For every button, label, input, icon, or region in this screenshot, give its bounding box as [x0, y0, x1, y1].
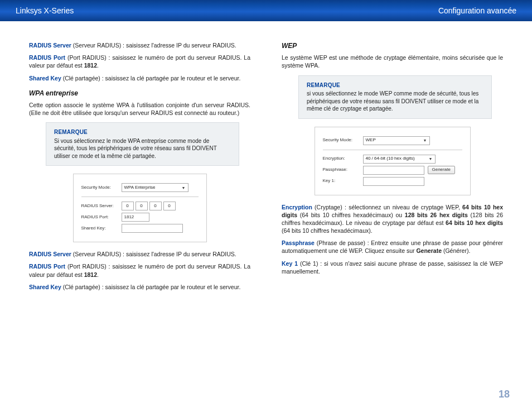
note-title: REMARQUE — [54, 128, 231, 136]
wpa-enterprise-title: WPA entreprise — [29, 89, 250, 98]
note-body: Si vous sélectionnez le mode WPA entrepr… — [54, 137, 231, 160]
radius-port-desc-2: RADIUS Port (Port RADIUS) : saisissez le… — [29, 262, 250, 278]
ip-octet-4[interactable]: 0 — [163, 202, 176, 210]
term-shared-key: Shared Key — [29, 75, 61, 82]
note-title: REMARQUE — [307, 82, 483, 89]
wep-intro: Le système WEP est une méthode de crypta… — [282, 54, 503, 69]
fig-security-select[interactable]: WPA Enterprise ▼ — [122, 183, 188, 192]
page-header: Linksys X-Series Configuration avancée — [0, 0, 532, 21]
fig-shared-key-input[interactable] — [122, 224, 183, 233]
passphrase-desc: Passphrase (Phrase de passe) : Entrez en… — [282, 239, 503, 255]
page-number: 18 — [499, 387, 510, 401]
figb-encryption-label: Encryption: — [323, 156, 363, 162]
radius-server-desc: RADIUS Server (Serveur RADIUS) : saisiss… — [29, 41, 250, 49]
figb-security-select[interactable]: WEP ▼ — [363, 136, 430, 145]
figure-wep: Security Mode: WEP ▼ Encryption: 40 / 64… — [315, 127, 471, 195]
note-body: si vous sélectionnez le mode WEP comme m… — [307, 90, 483, 113]
term-radius-server: RADIUS Server — [29, 42, 71, 49]
fig-radius-port-label: RADIUS Port: — [81, 214, 122, 221]
figb-key1-label: Key 1: — [323, 178, 363, 184]
fig-shared-key-label: Shared Key: — [81, 226, 122, 232]
encryption-desc: Encryption (Cryptage) : sélectionnez un … — [282, 203, 503, 235]
wpa-intro: Cette option associe le système WPA à l'… — [29, 101, 250, 117]
generate-button[interactable]: Generate — [428, 166, 455, 174]
chevron-down-icon: ▼ — [429, 156, 433, 161]
header-left: Linksys X-Series — [16, 6, 74, 16]
chevron-down-icon: ▼ — [423, 138, 427, 143]
chevron-down-icon: ▼ — [182, 185, 186, 190]
ip-octet-3[interactable]: 0 — [149, 202, 162, 210]
note-wep: REMARQUE si vous sélectionnez le mode WE… — [298, 75, 492, 119]
fig-radius-server-label: RADIUS Server: — [81, 203, 122, 209]
ip-octet-2[interactable]: 0 — [136, 202, 148, 210]
term-radius-port: RADIUS Port — [29, 54, 65, 61]
ip-octet-1[interactable]: 0 — [122, 202, 134, 210]
header-right: Configuration avancée — [438, 6, 516, 16]
divider — [81, 197, 199, 197]
fig-ip-group: 0 0 0 0 — [122, 202, 176, 210]
figb-security-label: Security Mode: — [323, 137, 363, 143]
figb-passphrase-label: Passphrase: — [323, 167, 363, 173]
note-wpa: REMARQUE Si vous sélectionnez le mode WP… — [46, 122, 239, 166]
wep-title: WEP — [282, 41, 503, 50]
key1-desc: Key 1 (Clé 1) : si vous n'avez saisi auc… — [282, 260, 503, 275]
figb-key1-input[interactable] — [363, 177, 424, 186]
shared-key-desc-2: Shared Key (Clé partagée) : saisissez la… — [29, 283, 250, 291]
figb-passphrase-input[interactable] — [363, 166, 424, 175]
radius-port-desc: RADIUS Port (Port RADIUS) : saisissez le… — [29, 54, 250, 69]
page-body: RADIUS Server (Serveur RADIUS) : saisiss… — [0, 21, 532, 306]
divider — [323, 150, 462, 150]
radius-server-desc-2: RADIUS Server (Serveur RADIUS) : saisiss… — [29, 250, 250, 258]
right-column: WEP Le système WEP est une méthode de cr… — [282, 41, 503, 295]
fig-security-label: Security Mode: — [81, 185, 122, 191]
fig-radius-port-input[interactable]: 1812 — [122, 213, 149, 222]
figb-encryption-select[interactable]: 40 / 64-bit (10 hex digits) ▼ — [363, 155, 436, 164]
shared-key-desc: Shared Key (Clé partagée) : saisissez la… — [29, 74, 250, 82]
left-column: RADIUS Server (Serveur RADIUS) : saisiss… — [29, 41, 250, 295]
figure-wpa-enterprise: Security Mode: WPA Enterprise ▼ RADIUS S… — [73, 174, 207, 242]
